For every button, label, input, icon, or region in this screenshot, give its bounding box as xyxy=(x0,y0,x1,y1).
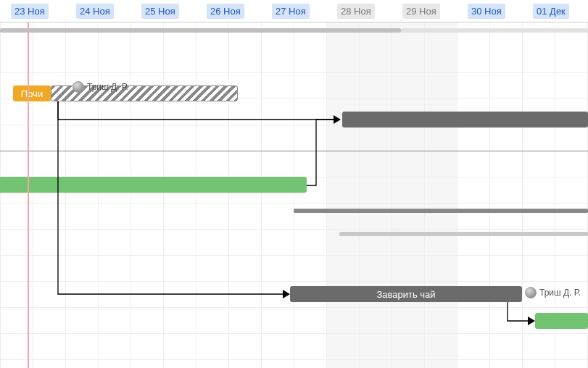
gridline xyxy=(0,22,1,368)
gridline-minor xyxy=(163,22,164,368)
rowline xyxy=(0,72,588,73)
gridline xyxy=(65,22,66,368)
rowline xyxy=(0,151,588,151)
gridline-minor xyxy=(33,22,33,368)
task-bar-grey-1[interactable] xyxy=(342,112,588,127)
summary-dark xyxy=(0,28,401,33)
timeline-header: 23 Ноя 24 Ноя 25 Ноя 26 Ноя 27 Ноя 28 Но… xyxy=(0,0,588,22)
task-label: Почи xyxy=(21,88,43,99)
avatar-icon xyxy=(73,81,84,93)
gridline-minor xyxy=(359,22,360,368)
date-column[interactable]: 27 Ноя xyxy=(272,0,310,22)
summary-strip xyxy=(0,28,588,33)
date-column[interactable]: 29 Ноя xyxy=(402,0,440,22)
date-label[interactable]: 26 Ноя xyxy=(207,4,244,19)
date-label[interactable]: 24 Ноя xyxy=(76,4,114,19)
assignee-chip[interactable]: Триш Д. Р. xyxy=(525,287,581,298)
summary-light xyxy=(401,28,588,33)
rowline xyxy=(0,307,588,308)
date-column[interactable]: 26 Ноя xyxy=(207,0,244,22)
progress-bar-light[interactable] xyxy=(339,232,588,236)
date-label[interactable]: 30 Ноя xyxy=(468,4,505,19)
arrowhead-icon xyxy=(283,290,290,298)
gridline xyxy=(522,22,523,368)
task-bar-green-2[interactable] xyxy=(535,313,588,329)
gridline-minor xyxy=(294,22,294,368)
today-marker xyxy=(28,22,29,368)
gridline-minor xyxy=(228,22,229,368)
rowline xyxy=(0,203,588,204)
gridline-minor xyxy=(98,22,99,368)
gridline xyxy=(457,22,457,368)
assignee-name: Триш Д. Р. xyxy=(87,82,128,92)
task-label: Заварить чай xyxy=(376,289,435,300)
date-column[interactable]: 30 Ноя xyxy=(468,0,505,22)
date-label[interactable]: 28 Ноя xyxy=(337,4,375,19)
date-label[interactable]: 29 Ноя xyxy=(402,4,440,19)
date-column[interactable]: 01 Дек xyxy=(533,0,569,22)
task-bar-pochi[interactable]: Почи xyxy=(13,85,51,101)
rowline xyxy=(0,359,588,360)
gantt-chart[interactable]: 23 Ноя 24 Ноя 25 Ноя 26 Ноя 27 Ноя 28 Но… xyxy=(0,0,588,368)
gridline xyxy=(326,22,327,368)
date-label[interactable]: 01 Дек xyxy=(533,4,569,19)
task-bar-brew-tea[interactable]: Заварить чай xyxy=(290,286,522,302)
date-column[interactable]: 25 Ноя xyxy=(141,0,179,22)
gridline xyxy=(261,22,262,368)
arrowhead-icon xyxy=(334,115,341,124)
progress-bar-dark[interactable] xyxy=(294,209,588,213)
assignee-chip[interactable]: Триш Д. Р. xyxy=(73,81,128,93)
rowline xyxy=(0,281,588,282)
date-label[interactable]: 25 Ноя xyxy=(141,4,179,19)
gridline-minor xyxy=(424,22,425,368)
date-column[interactable]: 23 Ноя xyxy=(11,0,49,22)
gridline-minor xyxy=(489,22,490,368)
task-bar-green-1[interactable] xyxy=(0,177,307,193)
date-label[interactable]: 23 Ноя xyxy=(11,4,49,19)
arrowhead-icon xyxy=(528,317,535,325)
avatar-icon xyxy=(525,287,537,298)
date-label[interactable]: 27 Ноя xyxy=(272,4,310,19)
gridline xyxy=(196,22,196,368)
assignee-name: Триш Д. Р. xyxy=(539,288,581,298)
date-column[interactable]: 28 Ноя xyxy=(337,0,375,22)
rowline xyxy=(0,255,588,256)
gridline xyxy=(392,22,392,368)
rowline xyxy=(0,333,588,334)
gridline xyxy=(131,22,131,368)
rowline xyxy=(0,229,588,230)
date-column[interactable]: 24 Ноя xyxy=(76,0,114,22)
